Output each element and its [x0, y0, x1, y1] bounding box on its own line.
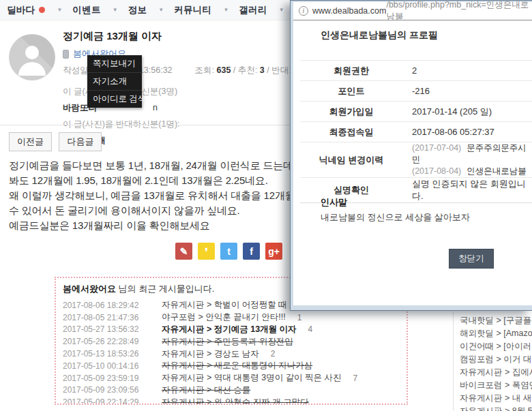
- post-date: 2017-08-05 21:47:36: [63, 313, 162, 322]
- post-link[interactable]: 자유게시판 > 주민등록과 위장전입: [162, 336, 293, 348]
- profile-popup-window: i www.dealbada.com/bbs/profile.php?mb_ni…: [290, 0, 532, 311]
- nav-item[interactable]: 갤러리 ▼: [239, 4, 294, 16]
- prev-post-button[interactable]: 이전글: [9, 132, 52, 151]
- avatar: [9, 34, 55, 80]
- chevron-down-icon[interactable]: ▼: [57, 7, 62, 13]
- separator: /: [267, 65, 269, 75]
- nav-item-label: 딜바다: [7, 4, 35, 16]
- post-link[interactable]: 자유게시판 > 대선 승률: [162, 384, 250, 396]
- post-content: 정기예금을 들다보면 보통 1년, 18개월, 24개월 이런식로 드는데 자세…: [9, 158, 309, 233]
- post-date: 2017-05-10 00:14:16: [63, 361, 162, 371]
- profile-row-value: 2017-08-06 05:27:37: [402, 127, 494, 137]
- sidebar-post-link[interactable]: 바이크포럼 > 폭염엔: [460, 379, 532, 392]
- profile-row-label: 회원권한: [300, 65, 402, 77]
- nick-name: 인생은내로남불: [467, 166, 527, 176]
- nav-item-label: 이벤트: [72, 4, 100, 16]
- content-line: 수 있어서 돈 굴리기에 용이해서이지 않을까 싶네요.: [9, 203, 309, 218]
- post-title: 정기예금 13개월 이자: [63, 30, 303, 43]
- post-link[interactable]: 자유게시판 > 새로운 대통령이 지나가심: [162, 360, 312, 371]
- nav-item-label: 커뮤니티: [174, 4, 211, 16]
- nick-change-date: (2017-08-04): [412, 166, 461, 176]
- url-domain: www.dealbada.com: [312, 6, 386, 16]
- nick-change-date: (2017-07-04): [412, 143, 461, 153]
- dislikers-line: 이 글(사진)을 반대하신분(1명):: [63, 118, 303, 130]
- chevron-down-icon[interactable]: ▼: [279, 7, 284, 13]
- recent-sidebar-list: 국내핫딜 > [구글플레 해외핫딜 > [Amazon 이건어때 > [아이러브…: [453, 311, 532, 411]
- profile-row-value: -216: [402, 86, 430, 96]
- profile-row: 회원권한 2: [300, 60, 532, 80]
- sidebar-post-link[interactable]: 자유게시판 > 8월 5일: [460, 405, 532, 411]
- sidebar-post-link[interactable]: 자유게시판 > 집에서: [460, 366, 532, 379]
- sidebar-post-link[interactable]: 캠핑포럼 > 이거 대구: [460, 353, 532, 366]
- nick-history-row: 닉네임 변경이력 (2017-07-04)문주주의문주시민 (2017-08-0…: [300, 142, 532, 177]
- close-window-button[interactable]: 창닫기: [449, 249, 494, 269]
- post-date: 2017-05-09 22:14:29: [63, 397, 162, 405]
- address-bar[interactable]: i www.dealbada.com/bbs/profile.php?mb_ni…: [293, 2, 532, 20]
- post-link[interactable]: 자유게시판 > 역대 대통령 3명이 같이 찍은 사진: [162, 372, 342, 384]
- profile-row: 최종접속일 2017-08-06 05:27:37: [300, 121, 532, 142]
- profile-content: 인생은내로남불님의 프로필 회원권한 2 포인트 -216: [293, 20, 532, 305]
- post-date: 2017-05-27 13:56:32: [63, 324, 162, 334]
- greeting-label: 인사말: [321, 196, 470, 209]
- post-link[interactable]: 야구포럼 > 안익훈 끝내기 안타!!!: [162, 311, 286, 323]
- content-line: 예금드실분은 13개월짜리 이율 확인해보세요: [9, 218, 309, 233]
- recent-post-row: 2017-05-10 00:14:16 자유게시판 > 새로운 대통령이 지나가…: [63, 360, 400, 372]
- profile-title: 인생은내로남불님의 프로필: [321, 29, 438, 42]
- nav-item[interactable]: 딜바다 ▼: [7, 4, 72, 16]
- realname-label: 실명확인: [300, 184, 402, 196]
- share-icon[interactable]: f: [243, 243, 260, 260]
- nick-history-entry: (2017-08-04)인생은내로남불: [412, 166, 532, 177]
- context-menu: 쪽지보내기 자기소개 아이디로 검색: [87, 55, 142, 108]
- post-link[interactable]: 자유게시판 > 경상도 남자: [162, 348, 259, 360]
- share-icon[interactable]: ❜: [198, 243, 215, 260]
- post-date: 2017-05-26 22:28:49: [63, 337, 162, 346]
- content-line: 봐도 12개월에 1.95, 18개월에 2.1인데 13개월은 2.25네요.: [9, 173, 309, 188]
- share-icon[interactable]: t: [220, 243, 237, 260]
- share-buttons: ✎ ❜ t f g+: [175, 243, 282, 260]
- nav-item[interactable]: 커뮤니티 ▼: [174, 4, 239, 16]
- recent-post-row: 2017-05-27 13:56:32 자유게시판 > 정기예금 13개월 이자…: [63, 324, 400, 336]
- share-icon[interactable]: g+: [265, 243, 282, 260]
- profile-row-label: 최종접속일: [300, 126, 402, 138]
- upvote-label: 추천:: [238, 65, 257, 75]
- recent-post-row: 2017-05-09 23:09:56 자유게시판 > 대선 승률: [63, 384, 400, 397]
- sidebar-post-link[interactable]: 자유게시판 > 내 새 차: [460, 392, 532, 405]
- sidebar-post-link[interactable]: 국내핫딜 > [구글플레: [460, 314, 532, 327]
- chevron-down-icon[interactable]: ▼: [113, 7, 118, 13]
- nav-item-label: 갤러리: [239, 4, 267, 16]
- post-date: 2017-05-13 18:53:26: [63, 349, 162, 359]
- profile-simple-rows: 회원권한 2 포인트 -216 회원가입일 2017-01-14 (205 일): [300, 60, 532, 142]
- recent-header-text: 님의 최근 게시물입니다.: [116, 284, 214, 294]
- nav-item[interactable]: 이벤트 ▼: [72, 4, 128, 16]
- context-menu-item[interactable]: 아이디로 검색: [87, 91, 142, 108]
- greeting-text: 내로남불의 정신으로 세상을 살아보자: [321, 211, 470, 224]
- chevron-down-icon[interactable]: ▼: [223, 7, 228, 13]
- chevron-down-icon[interactable]: ▼: [158, 7, 164, 13]
- post-date: 2017-08-06 18:29:42: [63, 301, 162, 310]
- sidebar-post-link[interactable]: 이건어때 > [아이러브: [460, 340, 532, 353]
- post-date: 2017-05-09 23:59:19: [63, 374, 162, 383]
- views-label: 조회:: [195, 65, 214, 75]
- recent-post-row: 2017-05-09 23:59:19 자유게시판 > 역대 대통령 3명이 같…: [63, 372, 400, 384]
- post-link[interactable]: 자유게시판 > 와 안철수 진짜 개 고맙다: [162, 397, 309, 405]
- url-path: /bbs/profile.php?mb_nick=인생은내로남불: [386, 0, 532, 22]
- next-post-button[interactable]: 다음글: [59, 132, 102, 151]
- member-level-icon: [63, 50, 69, 59]
- separator: /: [233, 65, 235, 75]
- info-icon[interactable]: i: [299, 6, 308, 16]
- comment-count: 4: [308, 324, 313, 334]
- context-menu-item[interactable]: 자기소개: [87, 73, 142, 91]
- context-menu-item[interactable]: 쪽지보내기: [87, 55, 142, 73]
- recent-post-row: 2017-05-09 22:14:29 자유게시판 > 와 안철수 진짜 개 고…: [63, 396, 400, 405]
- nav-item[interactable]: 정보 ▼: [128, 4, 175, 16]
- comment-count: 7: [353, 374, 358, 383]
- nick-history-entry: (2017-07-04)문주주의문주시민: [412, 142, 532, 166]
- post-link[interactable]: 자유게시판 > 정기예금 13개월 이자: [162, 324, 297, 335]
- liker-name-tail: n: [153, 103, 158, 112]
- nick-history-entries: (2017-07-04)문주주의문주시민 (2017-08-04)인생은내로남불: [402, 142, 532, 177]
- share-icon[interactable]: ✎: [175, 243, 192, 260]
- downvote-label: 반대:: [271, 65, 291, 75]
- profile-table: 회원권한 2 포인트 -216 회원가입일 2017-01-14 (205 일): [300, 60, 532, 203]
- sidebar-post-link[interactable]: 해외핫딜 > [Amazon: [460, 327, 532, 340]
- nav-item-label: 정보: [128, 4, 147, 16]
